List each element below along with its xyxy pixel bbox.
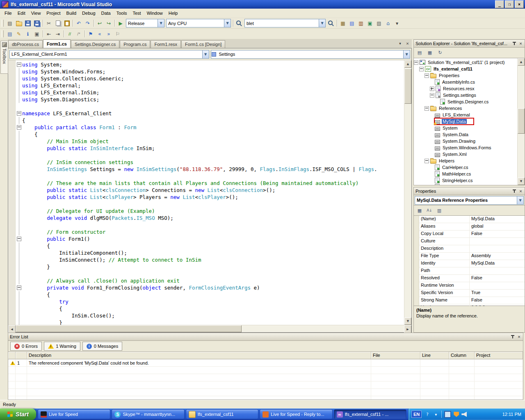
- code-text[interactable]: // Main InSim object: [22, 138, 109, 145]
- menu-file[interactable]: File: [2, 9, 15, 17]
- taskbar-task-lfs-web[interactable]: Live for Speed - Reply to...: [260, 409, 332, 419]
- cut-icon[interactable]: ✂: [45, 19, 53, 27]
- tab-program-cs[interactable]: Program.cs: [120, 40, 150, 48]
- chevron-down-icon[interactable]: ▼: [517, 196, 523, 204]
- close-document-icon[interactable]: ×: [404, 41, 411, 46]
- restore-button[interactable]: ❐: [505, 0, 514, 8]
- properties-header[interactable]: Properties ×: [413, 187, 525, 195]
- scroll-left-icon[interactable]: ◀: [8, 325, 16, 333]
- column-header-Line[interactable]: Line: [420, 352, 449, 359]
- error-list-row[interactable]: 1The referenced component 'MySql.Data' c…: [8, 359, 523, 367]
- code-text[interactable]: {: [22, 291, 50, 298]
- language-help-icon[interactable]: ?: [424, 411, 430, 418]
- start-page-icon[interactable]: ⌂: [384, 19, 392, 27]
- scroll-down-icon[interactable]: ▼: [404, 317, 411, 325]
- close-panel-icon[interactable]: ×: [518, 41, 524, 46]
- close-panel-icon[interactable]: ×: [518, 188, 524, 194]
- outline-collapse-icon[interactable]: [16, 61, 22, 68]
- tree-item-system-drawing[interactable]: System.Drawing: [414, 138, 517, 144]
- alphabetical-icon[interactable]: A↓: [425, 206, 434, 215]
- code-text[interactable]: }: [22, 319, 62, 325]
- tree-item-lfs-external-csf11[interactable]: C#lfs_external_csf11: [414, 66, 517, 72]
- refresh-icon[interactable]: ↻: [436, 49, 445, 57]
- column-header-Column[interactable]: Column: [449, 352, 475, 359]
- property-row[interactable]: Runtime Version: [419, 282, 525, 290]
- menu-debug[interactable]: Debug: [79, 9, 98, 17]
- scroll-down-icon[interactable]: ▼: [518, 178, 525, 185]
- property-value[interactable]: [470, 245, 525, 252]
- close-button[interactable]: ×: [515, 0, 524, 8]
- navigate-backward-icon[interactable]: ↩: [96, 19, 104, 27]
- code-text[interactable]: {: [22, 117, 25, 124]
- properties-object-combo[interactable]: MySql.Data Reference Properties ▼: [415, 196, 524, 205]
- clear-bookmarks-icon[interactable]: ⚐: [114, 30, 122, 38]
- tab-settings-designer-cs[interactable]: Settings.Designer.cs: [71, 40, 119, 48]
- solution-platform-combo[interactable]: Any CPU ▼: [166, 19, 231, 27]
- object-browser-icon[interactable]: ▥: [357, 19, 365, 27]
- code-text[interactable]: {: [22, 131, 38, 138]
- tree-item-mysql-data[interactable]: MySql.Data: [414, 118, 517, 125]
- property-row[interactable]: Aliasesglobal: [419, 223, 525, 231]
- column-header-Description[interactable]: Description: [27, 352, 371, 359]
- minimize-button[interactable]: _: [495, 0, 504, 8]
- scroll-thumb[interactable]: [16, 325, 242, 332]
- editor-horizontal-scrollbar[interactable]: ◀ ▶: [8, 325, 411, 332]
- menu-view[interactable]: View: [28, 9, 44, 17]
- filter-messages-button[interactable]: i0 Messages: [82, 342, 122, 351]
- filter-warnings-button[interactable]: 1 Warning: [44, 342, 80, 351]
- properties-icon[interactable]: ▤: [415, 49, 424, 57]
- code-text[interactable]: // These are the main lists that contain…: [22, 180, 358, 187]
- column-header-File[interactable]: File: [371, 352, 420, 359]
- tab-form1-resx[interactable]: Form1.resx: [151, 40, 181, 48]
- decrease-indent-icon[interactable]: ⇤: [45, 30, 53, 38]
- tree-item-system-xml[interactable]: System.Xml: [414, 151, 517, 158]
- tree-item-mathhelper-cs[interactable]: MathHelper.cs: [414, 171, 517, 177]
- property-row[interactable]: (Name)MySql.Data: [419, 216, 525, 223]
- code-text[interactable]: public static List<clsConnection> Connec…: [22, 187, 275, 194]
- code-text[interactable]: public Form1(): [22, 235, 90, 242]
- code-text[interactable]: using System.Diagnostics;: [22, 96, 99, 103]
- save-icon[interactable]: [24, 19, 32, 27]
- chevron-down-icon[interactable]: ▼: [403, 50, 410, 58]
- filter-errors-button[interactable]: ✕0 Errors: [10, 342, 42, 351]
- collapse-icon[interactable]: [430, 93, 434, 98]
- redo-icon[interactable]: ↷: [84, 19, 92, 27]
- solution-configuration-combo[interactable]: Release ▼: [126, 19, 164, 27]
- property-value[interactable]: [470, 238, 525, 245]
- collapse-icon[interactable]: [425, 73, 429, 78]
- code-text[interactable]: InSim.Close();: [22, 312, 115, 319]
- code-text[interactable]: // Delegate for UI update (Example): [22, 208, 155, 215]
- word-completion-icon[interactable]: ▣: [33, 30, 41, 38]
- undo-icon[interactable]: ↶: [75, 19, 83, 27]
- toolbox-icon[interactable]: ▧: [375, 19, 383, 27]
- property-row[interactable]: Description: [419, 245, 525, 253]
- outline-collapse-icon[interactable]: [16, 124, 22, 131]
- code-text[interactable]: // Form constructor: [22, 228, 105, 235]
- member-list-icon[interactable]: ▤: [6, 30, 14, 38]
- property-value[interactable]: MySql.Data: [470, 216, 525, 223]
- tree-item-lfs-external[interactable]: LFS_External: [414, 112, 517, 118]
- outline-collapse-icon[interactable]: [16, 284, 22, 291]
- outline-collapse-icon[interactable]: [16, 110, 22, 117]
- start-button[interactable]: Start: [0, 409, 36, 420]
- code-text[interactable]: // InSim connection settings: [22, 159, 133, 166]
- property-row[interactable]: Copy LocalFalse: [419, 231, 525, 238]
- auto-hide-pin-icon[interactable]: [511, 188, 517, 194]
- volume-tray-icon[interactable]: [461, 412, 467, 417]
- scroll-up-icon[interactable]: ▲: [404, 60, 411, 68]
- tree-item-settings-designer-cs[interactable]: Settings.Designer.cs: [414, 98, 517, 105]
- scroll-track[interactable]: [16, 325, 404, 332]
- tree-item-stringhelper-cs[interactable]: StringHelper.cs: [414, 177, 517, 184]
- display-settings-tray-icon[interactable]: [444, 411, 451, 418]
- tab-form1-cs[interactable]: Form1.cs: [43, 39, 71, 48]
- tree-item-helpers[interactable]: Helpers: [414, 158, 517, 164]
- tree-item-carhelper-cs[interactable]: CarHelper.cs: [414, 164, 517, 171]
- code-text[interactable]: namespace LFS_External_Client: [22, 110, 112, 117]
- property-pages-icon[interactable]: ▥: [435, 206, 444, 215]
- code-text[interactable]: using LFS_External;: [22, 82, 81, 89]
- menu-test[interactable]: Test: [130, 9, 144, 17]
- tree-item-references[interactable]: References: [414, 105, 517, 112]
- scroll-thumb[interactable]: [518, 108, 525, 134]
- property-row[interactable]: Specific VersionTrue: [419, 290, 525, 297]
- tab-dbprocess-cs[interactable]: dbProcess.cs: [8, 40, 43, 48]
